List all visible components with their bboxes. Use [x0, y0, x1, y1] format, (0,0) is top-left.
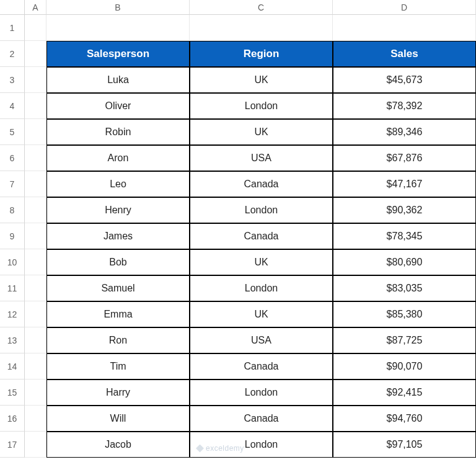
cell-a12[interactable]: [25, 301, 46, 327]
cell-a13[interactable]: [25, 327, 46, 353]
row-header-4[interactable]: 4: [0, 93, 25, 119]
col-header-d[interactable]: D: [333, 0, 476, 15]
table-row[interactable]: UK: [190, 301, 333, 327]
table-row[interactable]: London: [190, 93, 333, 119]
row-header-13[interactable]: 13: [0, 327, 25, 353]
table-header-salesperson[interactable]: Salesperson: [46, 41, 190, 67]
watermark-text: exceldemy: [206, 444, 244, 453]
table-row[interactable]: USA: [190, 145, 333, 171]
col-header-a[interactable]: A: [25, 0, 46, 15]
cell-a2[interactable]: [25, 41, 46, 67]
table-row[interactable]: UK: [190, 67, 333, 93]
table-row[interactable]: Samuel: [46, 275, 190, 301]
table-header-sales[interactable]: Sales: [333, 41, 476, 67]
cell-a16[interactable]: [25, 406, 46, 432]
cell-a6[interactable]: [25, 145, 46, 171]
table-row[interactable]: Canada: [190, 353, 333, 380]
table-row[interactable]: Canada: [190, 171, 333, 197]
cell-a3[interactable]: [25, 67, 46, 93]
table-row[interactable]: London: [190, 275, 333, 301]
table-row[interactable]: Jacob: [46, 432, 190, 458]
row-header-7[interactable]: 7: [0, 171, 25, 197]
table-row[interactable]: $47,167: [333, 171, 476, 197]
table-row[interactable]: $97,105: [333, 432, 476, 458]
table-row[interactable]: Bob: [46, 249, 190, 275]
table-row[interactable]: London: [190, 197, 333, 223]
cell-d1[interactable]: [333, 15, 476, 41]
table-row[interactable]: $89,346: [333, 119, 476, 145]
table-row[interactable]: $90,362: [333, 197, 476, 223]
table-row[interactable]: James: [46, 223, 190, 249]
table-row[interactable]: $67,876: [333, 145, 476, 171]
cell-b1[interactable]: [46, 15, 190, 41]
table-row[interactable]: Ron: [46, 327, 190, 353]
table-row[interactable]: $92,415: [333, 380, 476, 406]
cell-a11[interactable]: [25, 275, 46, 301]
row-header-15[interactable]: 15: [0, 380, 25, 406]
table-row[interactable]: $94,760: [333, 406, 476, 432]
table-row[interactable]: Will: [46, 406, 190, 432]
spreadsheet-grid: A B C D 1 2 Salesperson Region Sales 3 L…: [0, 0, 476, 458]
row-header-12[interactable]: 12: [0, 301, 25, 327]
table-row[interactable]: Oliver: [46, 93, 190, 119]
cell-a7[interactable]: [25, 171, 46, 197]
cell-a8[interactable]: [25, 197, 46, 223]
table-row[interactable]: Aron: [46, 145, 190, 171]
row-header-9[interactable]: 9: [0, 223, 25, 249]
row-header-10[interactable]: 10: [0, 249, 25, 275]
cell-a5[interactable]: [25, 119, 46, 145]
table-row[interactable]: Tim: [46, 353, 190, 380]
table-row[interactable]: Harry: [46, 380, 190, 406]
table-row[interactable]: $87,725: [333, 327, 476, 353]
row-header-8[interactable]: 8: [0, 197, 25, 223]
row-header-6[interactable]: 6: [0, 145, 25, 171]
table-row[interactable]: London: [190, 380, 333, 406]
table-row[interactable]: Canada: [190, 223, 333, 249]
select-all-corner[interactable]: [0, 0, 25, 15]
cell-a1[interactable]: [25, 15, 46, 41]
row-header-16[interactable]: 16: [0, 406, 25, 432]
table-row[interactable]: $78,392: [333, 93, 476, 119]
table-row[interactable]: Emma: [46, 301, 190, 327]
table-header-region[interactable]: Region: [190, 41, 333, 67]
table-row[interactable]: $45,673: [333, 67, 476, 93]
table-row[interactable]: Canada: [190, 406, 333, 432]
table-row[interactable]: Leo: [46, 171, 190, 197]
cell-c1[interactable]: [190, 15, 333, 41]
row-header-2[interactable]: 2: [0, 41, 25, 67]
row-header-17[interactable]: 17: [0, 432, 25, 458]
cell-a17[interactable]: [25, 432, 46, 458]
cell-a9[interactable]: [25, 223, 46, 249]
table-row[interactable]: USA: [190, 327, 333, 353]
table-row[interactable]: $78,345: [333, 223, 476, 249]
cell-a10[interactable]: [25, 249, 46, 275]
table-row[interactable]: Henry: [46, 197, 190, 223]
row-header-5[interactable]: 5: [0, 119, 25, 145]
table-row[interactable]: Luka: [46, 67, 190, 93]
cell-a15[interactable]: [25, 380, 46, 406]
table-row[interactable]: Robin: [46, 119, 190, 145]
table-row[interactable]: $83,035: [333, 275, 476, 301]
col-header-b[interactable]: B: [46, 0, 190, 15]
cell-a4[interactable]: [25, 93, 46, 119]
table-row[interactable]: UK: [190, 249, 333, 275]
row-header-11[interactable]: 11: [0, 275, 25, 301]
cell-a14[interactable]: [25, 353, 46, 380]
table-row[interactable]: $80,690: [333, 249, 476, 275]
col-header-c[interactable]: C: [190, 0, 333, 15]
row-header-3[interactable]: 3: [0, 67, 25, 93]
table-row[interactable]: $85,380: [333, 301, 476, 327]
table-row[interactable]: $90,070: [333, 353, 476, 380]
table-row[interactable]: UK: [190, 119, 333, 145]
watermark: exceldemy: [196, 444, 244, 453]
row-header-1[interactable]: 1: [0, 15, 25, 41]
row-header-14[interactable]: 14: [0, 353, 25, 380]
watermark-icon: [196, 445, 204, 453]
